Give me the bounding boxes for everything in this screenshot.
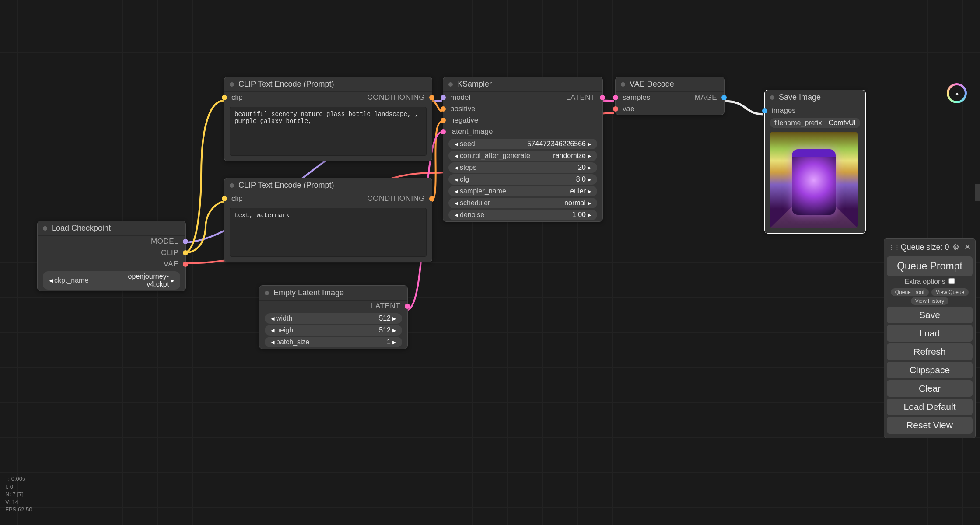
node-title: CLIP Text Encode (Prompt) [238,80,334,89]
refresh-button[interactable]: Refresh [887,343,973,360]
port-vae-in[interactable] [613,106,618,112]
widget-height[interactable]: ◀ height 512 ▶ [265,325,402,336]
port-vae-out[interactable] [183,262,188,267]
widget-denoise[interactable]: ◀ denoise 1.00 ▶ [448,210,597,220]
node-title: KSampler [457,80,492,89]
port-model-in[interactable] [441,95,446,100]
chevron-right-icon[interactable]: ▶ [391,328,398,333]
port-clip-out[interactable] [183,250,188,256]
clear-button[interactable]: Clear [887,380,973,397]
panel-collapse-tab[interactable] [975,184,980,201]
extra-options-checkbox[interactable] [949,278,955,284]
canvas-stats: T: 0.00s I: 0 N: 7 [7] V: 14 FPS:62.50 [5,475,32,514]
port-images-in[interactable] [762,108,767,113]
collapse-icon[interactable] [43,226,47,231]
widget-ckpt-name[interactable]: ◀ ckpt_name openjourney-v4.ckpt ▶ [43,271,180,290]
node-title: VAE Decode [630,80,674,89]
widget-filename-prefix[interactable]: filename_prefix ComfyUI [770,118,860,128]
node-title: Empty Latent Image [273,288,344,298]
chevron-left-icon[interactable]: ◀ [453,141,460,147]
chevron-right-icon[interactable]: ▶ [391,316,398,322]
view-history-button[interactable]: View History [911,297,948,305]
port-conditioning-out[interactable] [429,95,434,100]
chevron-right-icon[interactable]: ▶ [586,153,593,159]
collapse-icon[interactable] [621,82,625,87]
prompt-textarea-positive[interactable]: beautiful scenery nature glass bottle la… [230,107,427,156]
port-positive-in[interactable] [441,106,446,112]
collapse-icon[interactable] [230,183,234,188]
chevron-right-icon[interactable]: ▶ [586,165,593,171]
reset-view-button[interactable]: Reset View [887,417,973,434]
widget-batch_size[interactable]: ◀ batch_size 1 ▶ [265,337,402,347]
widget-sampler_name[interactable]: ◀ sampler_name euler ▶ [448,186,597,196]
node-ksampler[interactable]: KSampler model LATENT positive negative … [443,77,603,222]
collapse-icon[interactable] [770,95,774,100]
port-negative-in[interactable] [441,118,446,123]
gear-icon[interactable]: ⚙ [952,243,959,252]
node-title: Load Checkpoint [52,224,111,233]
chevron-left-icon[interactable]: ◀ [269,316,276,322]
port-latent-out[interactable] [600,95,605,100]
chevron-left-icon[interactable]: ◀ [47,278,54,284]
port-clip-in[interactable] [222,196,227,201]
chevron-right-icon[interactable]: ▶ [391,340,398,345]
widget-steps[interactable]: ◀ steps 20 ▶ [448,162,597,173]
port-latent-image-in[interactable] [441,129,446,134]
collapse-icon[interactable] [265,291,269,295]
chevron-right-icon[interactable]: ▶ [586,189,593,194]
node-clip-text-encode-negative[interactable]: CLIP Text Encode (Prompt) clip CONDITION… [224,178,432,262]
widget-control_after_generate[interactable]: ◀ control_after_generate randomize ▶ [448,150,597,161]
prompt-textarea-negative[interactable]: text, watermark [230,208,427,257]
node-empty-latent-image[interactable]: Empty Latent Image LATENT ◀ width 512 ▶ … [259,285,408,349]
node-save-image[interactable]: Save Image images filename_prefix ComfyU… [764,90,866,234]
node-load-checkpoint[interactable]: Load Checkpoint MODEL CLIP VAE ◀ ckpt_na… [37,220,186,291]
widget-seed[interactable]: ◀ seed 574472346226566 ▶ [448,139,597,149]
node-title: CLIP Text Encode (Prompt) [238,181,334,190]
control-panel[interactable]: ⋮⋮ Queue size: 0 ⚙ ✕ Queue Prompt Extra … [884,238,976,438]
queue-size-label: Queue size: 0 [900,243,949,252]
node-clip-text-encode-positive[interactable]: CLIP Text Encode (Prompt) clip CONDITION… [224,77,432,161]
widget-cfg[interactable]: ◀ cfg 8.0 ▶ [448,174,597,185]
save-button[interactable]: Save [887,307,973,323]
chevron-left-icon[interactable]: ◀ [269,340,276,345]
port-latent-out[interactable] [405,304,410,309]
port-clip-in[interactable] [222,95,227,100]
chevron-right-icon[interactable]: ▶ [586,141,593,147]
chevron-right-icon[interactable]: ▶ [586,200,593,206]
widget-width[interactable]: ◀ width 512 ▶ [265,313,402,324]
queue-prompt-button[interactable]: Queue Prompt [887,256,973,276]
load-button[interactable]: Load [887,325,973,342]
queue-front-button[interactable]: Queue Front [891,288,929,296]
clipspace-button[interactable]: Clipspace [887,362,973,378]
extra-options-label: Extra options [905,278,945,285]
chevron-left-icon[interactable]: ◀ [269,328,276,333]
collapse-icon[interactable] [448,82,453,87]
close-icon[interactable]: ✕ [964,243,971,252]
output-image-preview[interactable] [770,132,858,228]
chevron-left-icon[interactable]: ◀ [453,165,460,171]
drag-handle-icon[interactable]: ⋮⋮ [889,244,900,251]
view-queue-button[interactable]: View Queue [931,288,969,296]
widget-scheduler[interactable]: ◀ scheduler normal ▶ [448,198,597,208]
port-image-out[interactable] [721,95,727,100]
chevron-left-icon[interactable]: ◀ [453,212,460,218]
chevron-left-icon[interactable]: ◀ [453,189,460,194]
chevron-left-icon[interactable]: ◀ [453,177,460,182]
port-samples-in[interactable] [613,95,618,100]
chevron-left-icon[interactable]: ◀ [453,200,460,206]
chevron-left-icon[interactable]: ◀ [453,153,460,159]
port-conditioning-out[interactable] [429,196,434,201]
node-vae-decode[interactable]: VAE Decode samples IMAGE vae [615,77,724,115]
load-default-button[interactable]: Load Default [887,399,973,415]
chevron-right-icon[interactable]: ▶ [586,212,593,218]
collapse-icon[interactable] [230,82,234,87]
node-title: Save Image [779,93,821,102]
chevron-right-icon[interactable]: ▶ [169,278,176,284]
port-model-out[interactable] [183,239,188,244]
app-logo-icon[interactable]: ⟁ [947,83,967,103]
chevron-right-icon[interactable]: ▶ [586,177,593,182]
